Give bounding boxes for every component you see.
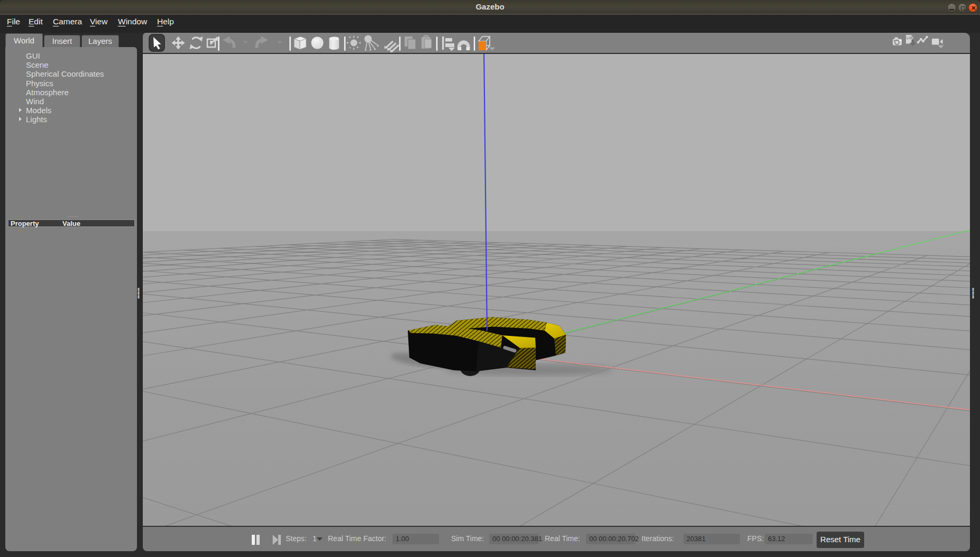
svg-text:LOG: LOG — [906, 36, 914, 40]
